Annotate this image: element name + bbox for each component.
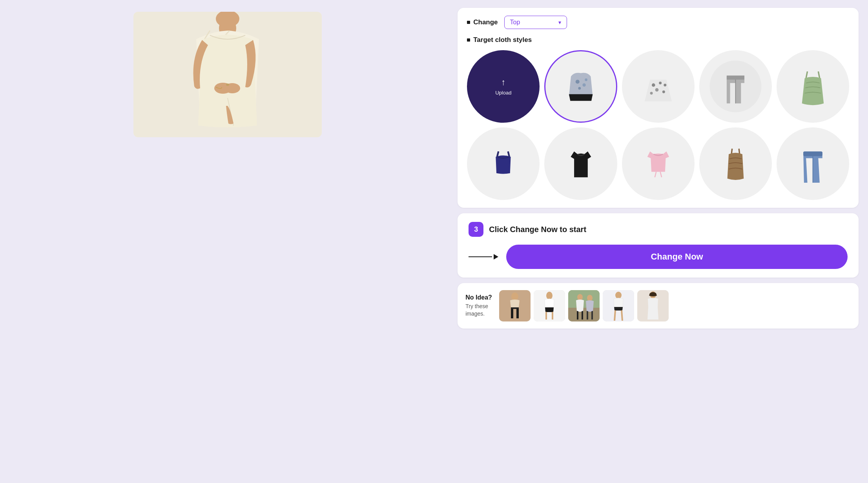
change-label: Change bbox=[467, 18, 498, 26]
svg-point-52 bbox=[615, 292, 622, 299]
cloth-placeholder-4 bbox=[777, 50, 849, 123]
sample-thumb-1[interactable] bbox=[499, 290, 531, 321]
target-cloth-label: Target cloth styles bbox=[467, 36, 849, 44]
sample-thumb-3[interactable] bbox=[568, 290, 600, 321]
svg-point-49 bbox=[577, 294, 583, 300]
upload-icon: ↑ bbox=[501, 77, 505, 87]
cloth-placeholder-8 bbox=[699, 127, 772, 200]
cloth-item-7[interactable] bbox=[622, 127, 695, 200]
svg-point-50 bbox=[587, 295, 593, 301]
cloth-grid: ↑ Upload bbox=[467, 50, 849, 200]
cloth-item-1[interactable] bbox=[544, 50, 617, 123]
cloth-placeholder-6 bbox=[544, 127, 617, 200]
sample-thumb-5[interactable] bbox=[637, 290, 669, 321]
arrow-line bbox=[469, 256, 492, 257]
step3-card: 3 Click Change Now to start Change Now bbox=[458, 213, 859, 278]
step-badge: 3 bbox=[469, 222, 483, 237]
change-now-button[interactable]: Change Now bbox=[506, 245, 848, 269]
svg-rect-39 bbox=[803, 151, 822, 156]
cloth-placeholder-9 bbox=[777, 127, 849, 200]
svg-point-18 bbox=[655, 88, 658, 92]
svg-point-11 bbox=[576, 80, 580, 84]
svg-point-45 bbox=[546, 292, 553, 300]
svg-rect-43 bbox=[511, 307, 519, 309]
cloth-placeholder-5 bbox=[467, 127, 540, 200]
svg-point-19 bbox=[662, 91, 665, 93]
model-image bbox=[133, 12, 322, 137]
left-panel bbox=[0, 0, 451, 483]
change-row: Change Top ▾ bbox=[467, 16, 849, 29]
step-header: 3 Click Change Now to start bbox=[469, 222, 848, 237]
svg-point-13 bbox=[578, 87, 581, 90]
arrow-head-icon bbox=[494, 254, 498, 260]
no-idea-card: No Idea? Try theseimages. bbox=[458, 283, 859, 329]
change-dropdown[interactable]: Top ▾ bbox=[504, 16, 567, 29]
dropdown-value: Top bbox=[510, 19, 520, 26]
cloth-item-9[interactable] bbox=[777, 127, 849, 200]
cloth-styles-card: Change Top ▾ Target cloth styles ↑ Uploa… bbox=[458, 8, 859, 208]
cloth-placeholder-7 bbox=[622, 127, 695, 200]
sample-thumb-4[interactable] bbox=[603, 290, 634, 321]
arrow-container bbox=[469, 254, 498, 260]
cloth-item-5[interactable] bbox=[467, 127, 540, 200]
svg-point-12 bbox=[582, 84, 585, 87]
svg-point-17 bbox=[659, 82, 662, 84]
cloth-placeholder-2 bbox=[622, 50, 695, 123]
cloth-item-4[interactable] bbox=[777, 50, 849, 123]
cloth-item-6[interactable] bbox=[544, 127, 617, 200]
cloth-item-8[interactable] bbox=[699, 127, 772, 200]
right-panel: Change Top ▾ Target cloth styles ↑ Uploa… bbox=[451, 0, 868, 483]
step-title: Click Change Now to start bbox=[489, 225, 586, 234]
cloth-item-3[interactable] bbox=[699, 50, 772, 123]
change-now-row: Change Now bbox=[469, 245, 848, 269]
svg-point-8 bbox=[226, 84, 229, 86]
upload-label: Upload bbox=[495, 90, 511, 96]
svg-rect-47 bbox=[568, 308, 600, 321]
svg-point-21 bbox=[664, 84, 666, 87]
cloth-placeholder-3 bbox=[699, 50, 772, 123]
no-idea-title: No Idea? bbox=[465, 294, 492, 301]
svg-point-20 bbox=[650, 92, 653, 94]
svg-point-14 bbox=[585, 78, 587, 81]
cloth-placeholder-1 bbox=[545, 51, 616, 122]
sample-images bbox=[499, 290, 851, 321]
no-idea-text: No Idea? Try theseimages. bbox=[465, 294, 492, 318]
model-photo-container bbox=[133, 12, 322, 137]
page-wrapper: Change Top ▾ Target cloth styles ↑ Uploa… bbox=[0, 0, 868, 483]
sample-thumb-2[interactable] bbox=[534, 290, 565, 321]
svg-point-16 bbox=[652, 84, 655, 87]
svg-rect-23 bbox=[727, 76, 744, 80]
cloth-item-2[interactable] bbox=[622, 50, 695, 123]
no-idea-subtitle: Try theseimages. bbox=[465, 303, 492, 318]
svg-point-42 bbox=[511, 292, 518, 300]
upload-button[interactable]: ↑ Upload bbox=[467, 50, 540, 123]
chevron-down-icon: ▾ bbox=[558, 19, 561, 25]
svg-rect-48 bbox=[568, 290, 600, 308]
